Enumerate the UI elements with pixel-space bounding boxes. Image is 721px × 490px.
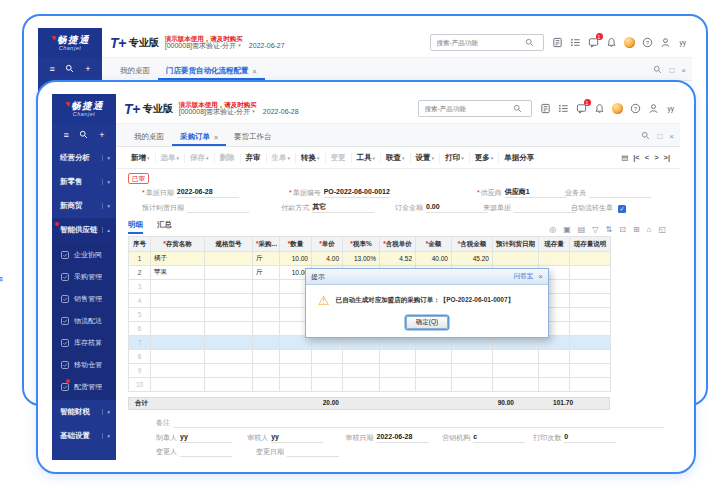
cell-现存量[interactable]	[539, 350, 570, 364]
helper-link[interactable]: 问答宝	[514, 272, 534, 281]
bell-icon[interactable]	[606, 37, 617, 48]
cell-采购...[interactable]	[253, 294, 280, 308]
restore-icon[interactable]: □	[669, 66, 674, 75]
calculator-icon[interactable]	[552, 37, 563, 48]
account-name[interactable]: [000008]需求验证-分开	[179, 108, 251, 116]
cell-采购...[interactable]: 斤	[253, 266, 280, 280]
new-tab-icon[interactable]: +	[99, 130, 104, 140]
cell-现存量说明[interactable]	[570, 322, 611, 336]
toolbar-新增-button[interactable]: 新增▾	[126, 153, 155, 163]
field-value[interactable]: 其它	[312, 202, 374, 213]
product-search-box[interactable]	[418, 100, 532, 117]
cell-存货名称[interactable]	[151, 294, 205, 308]
cell-规格型号[interactable]	[205, 336, 253, 350]
search-icon[interactable]	[79, 130, 88, 141]
restore-icon[interactable]: □	[657, 132, 662, 141]
column-header-存货名称[interactable]: *存货名称	[151, 237, 205, 252]
column-header-现存量[interactable]: 现存量	[539, 237, 570, 252]
cell-规格型号[interactable]	[205, 378, 253, 392]
cell-存货名称[interactable]: 橘子	[151, 252, 205, 266]
first-record-icon[interactable]: |<	[633, 153, 639, 162]
toolbar-联查-button[interactable]: 联查▾	[380, 153, 410, 163]
cell-预计到货日期[interactable]	[493, 350, 539, 364]
product-search-box[interactable]	[430, 34, 544, 51]
cell-采购...[interactable]: 斤	[253, 252, 280, 266]
cell-含税金额[interactable]	[452, 378, 493, 392]
cell-存货名称[interactable]	[151, 364, 205, 378]
cell-现存量说明[interactable]	[570, 308, 611, 322]
column-header-含税金额[interactable]: *含税金额	[452, 237, 493, 252]
tab-我的桌面[interactable]: 我的桌面	[112, 66, 158, 80]
auto-flow-checkbox[interactable]: ✓	[618, 205, 626, 213]
user-icon[interactable]	[648, 103, 659, 114]
search-input[interactable]	[435, 38, 525, 47]
sidebar-group-新商贸[interactable]: 新商贸▾	[52, 194, 116, 218]
cell-现存量说明[interactable]	[570, 252, 611, 266]
tab-采购订单[interactable]: 采购订单×	[172, 132, 226, 146]
cell-数量[interactable]: 10.00	[280, 252, 312, 266]
sidebar-item-采购管理[interactable]: 采购管理	[52, 266, 116, 288]
cell-含税金额[interactable]	[452, 364, 493, 378]
cell-含税单价[interactable]: 4.52	[380, 252, 416, 266]
cell-单价[interactable]	[312, 364, 343, 378]
search-icon[interactable]	[513, 104, 522, 113]
cell-存货名称[interactable]	[151, 322, 205, 336]
column-header-序号[interactable]: 序号	[129, 237, 151, 252]
export-icon[interactable]: ⊡	[619, 225, 626, 234]
cell-存货名称[interactable]	[151, 336, 205, 350]
sidebar-item-物流配送[interactable]: 物流配送	[52, 310, 116, 332]
cell-规格型号[interactable]	[205, 294, 253, 308]
batch-edit-icon[interactable]: ▤	[578, 225, 586, 234]
menu-icon[interactable]: ≡	[49, 64, 54, 74]
toolbar-更多-button[interactable]: 更多▾	[469, 153, 499, 163]
cell-现存量说明[interactable]	[570, 280, 611, 294]
cell-采购...[interactable]	[253, 364, 280, 378]
search-tab-icon[interactable]	[641, 131, 650, 142]
cell-税率%[interactable]	[343, 378, 380, 392]
cell-现存量[interactable]	[539, 364, 570, 378]
field-value[interactable]: PO-2022-06-00-0012	[324, 187, 390, 198]
help-icon[interactable]: ?	[642, 37, 653, 48]
cell-规格型号[interactable]	[205, 308, 253, 322]
new-tab-icon[interactable]: +	[85, 64, 90, 74]
tab-close-icon[interactable]: ×	[214, 134, 218, 141]
toolbar-工具-button[interactable]: 工具▾	[351, 153, 381, 163]
cell-预计到货日期[interactable]	[493, 252, 539, 266]
cell-采购...[interactable]	[253, 308, 280, 322]
cell-采购...[interactable]	[253, 322, 280, 336]
cell-采购...[interactable]	[253, 350, 280, 364]
toolbar-打印-button[interactable]: 打印▾	[439, 153, 469, 163]
cell-存货名称[interactable]: 苹果	[151, 266, 205, 280]
sidebar-group-基础设置[interactable]: 基础设置▾	[52, 424, 116, 448]
message-icon[interactable]: 1	[576, 103, 587, 114]
cell-规格型号[interactable]	[205, 364, 253, 378]
user-icon[interactable]	[660, 37, 671, 48]
remark-field[interactable]	[174, 418, 664, 428]
lock-icon[interactable]: ⌂	[647, 225, 652, 234]
sidebar-item-移动仓管[interactable]: 移动仓管	[52, 354, 116, 376]
search-tab-icon[interactable]	[653, 65, 662, 76]
cell-预计到货日期[interactable]	[493, 378, 539, 392]
cell-含税金额[interactable]: 45.20	[452, 252, 493, 266]
cell-现存量[interactable]	[539, 252, 570, 266]
help-icon[interactable]: ?	[630, 103, 641, 114]
column-header-采购...[interactable]: *采购...	[253, 237, 280, 252]
cell-预计到货日期[interactable]	[493, 364, 539, 378]
toolbar-转换-button[interactable]: 转换▾	[295, 153, 325, 163]
detail-tab-明细[interactable]: 明细	[128, 220, 143, 234]
cell-税率%[interactable]	[343, 364, 380, 378]
tab-我的桌面[interactable]: 我的桌面	[126, 132, 172, 146]
account-caret-icon[interactable]: ▾	[252, 109, 255, 115]
sidebar-group-经营分析[interactable]: 经营分析▾	[52, 146, 116, 170]
field-value[interactable]: 2022-06-28	[177, 187, 239, 198]
tab-门店要货自动化流程配置[interactable]: 门店要货自动化流程配置×	[158, 66, 265, 80]
cell-存货名称[interactable]	[151, 350, 205, 364]
dialog-close-icon[interactable]: ×	[538, 273, 543, 281]
sidebar-item-企业协同[interactable]: 企业协同	[52, 244, 116, 266]
cell-采购...[interactable]	[253, 378, 280, 392]
sidebar-item-库存核算[interactable]: 库存核算	[52, 332, 116, 354]
sort-icon[interactable]: ⇅	[605, 225, 612, 234]
tasks-icon[interactable]	[558, 103, 569, 114]
cell-含税单价[interactable]	[380, 378, 416, 392]
copy-row-icon[interactable]: ▣	[563, 225, 571, 234]
